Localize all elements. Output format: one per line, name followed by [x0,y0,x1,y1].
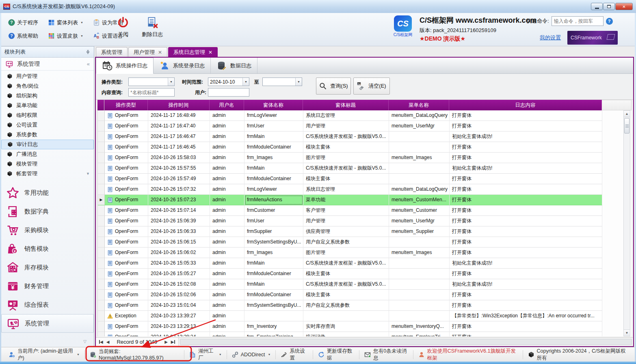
pin-icon[interactable] [85,50,91,55]
time-to-select[interactable]: ▼ [262,78,302,86]
sidebar-item[interactable]: 菜单功能 ▼ [1,101,94,110]
statusbar-item[interactable]: ADODirect ▼ [227,350,276,359]
column-header[interactable]: 窗体名称 [244,100,303,110]
table-row[interactable]: ▶ OpenForm 2024-10-26 15:06:33 admin frm… [98,226,632,237]
table-row[interactable]: ▶ OpenForm 2024-10-26 15:57:49 admin frm… [98,174,632,184]
sidebar-item[interactable]: 模块管理 ▼ [1,159,94,169]
vertical-scrollbar[interactable]: ▲ ▼ [623,110,630,336]
sidebar-item[interactable]: 帐套管理 ▼ [1,169,94,179]
table-row[interactable]: ▶ OpenForm 2024-10-23 13:29:13 admin frm… [98,321,632,332]
sidebar-module[interactable]: 库存模块 [1,258,94,277]
column-header[interactable]: 操作类型 [104,100,148,110]
toolbar-big-button[interactable]: 删除日志 [139,15,165,39]
time-from-select[interactable]: 2024-10-10 ▼ [208,78,249,86]
document-tab[interactable]: 系统日志管理 ✕ [168,47,218,57]
sidebar-item[interactable]: 组织架构 ▼ [1,91,94,101]
statusbar-item[interactable]: 更新缓存数据 ▼ [313,350,359,359]
table-row[interactable]: ▶ OpenForm 2024-10-26 15:06:02 admin frm… [98,248,632,258]
sidebar-item[interactable]: 角色/岗位 ▼ [1,81,94,91]
toolbar-button[interactable]: ? 关于程序 ▼ [6,16,40,29]
my-settings-link[interactable]: 我的设置 [540,34,561,41]
document-tab[interactable]: 系统管理 ✕ [96,47,128,57]
sidebar-group-system-admin[interactable]: 系统管理 « [1,58,94,71]
sidebar-module[interactable]: 采购模块 [1,221,94,239]
table-row[interactable]: ▶ OpenForm 2024-10-23 13:28:24 admin frm… [98,332,632,336]
toolbar-button[interactable]: 窗体列表 ▼ [46,16,85,29]
minimize-button[interactable] [591,3,603,10]
collapse-icon[interactable]: « [87,61,90,67]
content-query-input[interactable] [128,88,175,97]
document-tab[interactable]: 用户管理 ✕ [128,47,167,57]
close-tab-icon[interactable]: ✕ [158,50,162,55]
table-row[interactable]: ▶ OpenForm 2024-11-17 16:46:45 admin frm… [98,142,632,153]
table-row[interactable]: ▶ OpenForm 2024-10-26 15:58:03 admin frm… [98,153,632,163]
table-row[interactable]: ▶ OpenForm 2024-10-26 15:05:33 admin frm… [98,258,632,269]
table-row[interactable]: ▶ OpenForm 2024-11-17 16:48:49 admin frm… [98,110,632,121]
statusbar-item[interactable]: 欢迎使用CSFrameworkV6.1旗舰版开发框架 ▼ [413,350,523,359]
operation-type-select[interactable]: ▼ [128,78,175,86]
scrollbar-thumb[interactable] [624,118,630,134]
sidebar-module[interactable]: ¥ 销售模块 [1,239,94,258]
column-header[interactable]: 操作时间 [148,100,210,110]
sidebar-module[interactable]: 综合报表 [1,295,94,314]
last-record-button[interactable]: ▶ [171,340,175,344]
scroll-up-icon[interactable]: ▲ [624,111,630,117]
toolbar-big-button[interactable]: 关闭 [114,15,132,39]
toolbar-button[interactable]: ? 系统帮助 ▼ [6,30,40,42]
table-row[interactable]: ▶ OpenForm 2024-10-26 15:06:15 admin frm… [98,237,632,248]
sidebar-item[interactable]: 系统参数 ▼ [1,130,94,140]
close-button[interactable]: ✕ [615,3,633,10]
table-row[interactable]: ▶ OpenForm 2024-10-26 15:05:27 admin frm… [98,269,632,279]
chevron-down-icon[interactable]: ▼ [295,78,302,86]
chevron-down-icon[interactable]: ▼ [242,78,249,86]
scroll-down-icon[interactable]: ▼ [624,330,630,336]
statusbar-item[interactable]: 系统设置 ▼ [275,350,312,359]
next-record-button[interactable]: ▶ [164,340,168,344]
table-row[interactable]: ▶ OpenForm 2024-10-26 15:07:32 admin frm… [98,184,632,195]
table-row[interactable]: ▶ Exception 2024-10-23 13:39:27 admin 【异… [98,311,632,321]
table-row[interactable]: ▶ OpenForm 2024-10-23 15:01:04 admin frm… [98,300,632,311]
chevron-down-icon[interactable]: ▼ [168,78,174,86]
table-row[interactable]: ▶ OpenForm 2024-11-17 16:47:40 admin frm… [98,121,632,131]
sidebar-item[interactable]: 公司设置 ▼ [1,120,94,130]
help-icon[interactable]: ? [606,18,613,25]
user-input[interactable] [208,88,249,97]
horizontal-scrollbar[interactable] [180,339,632,345]
statusbar-item[interactable]: 您有0条未读消息 ▼ [359,350,413,359]
sidebar-item[interactable]: 审计日志 ▼ [1,140,94,149]
table-row[interactable]: ▶ OpenForm 2024-10-26 15:06:39 admin frm… [98,216,632,226]
table-row[interactable]: ▶ OpenForm 2024-10-26 15:07:14 admin frm… [98,205,632,216]
sidebar-module[interactable]: 系统管理 [1,314,94,333]
statusbar-item[interactable]: 湖州工厂 ▼ [184,350,226,359]
log-subtab[interactable]: 系统登录日志 [154,58,211,73]
log-subtab[interactable]: 数据日志 [211,58,257,73]
statusbar-item[interactable]: Copyrights 2006-2024，C/S框架网版权所有 ▼ [523,350,632,359]
statusbar-item[interactable]: 当前用户: (admin-超级用户) ▼ [4,350,84,359]
sidebar-module[interactable]: 数据字典 [1,202,94,221]
prev-record-button[interactable]: ◀ [106,340,110,344]
column-header[interactable]: 用户名 [210,100,244,110]
column-header[interactable]: 日志内容 [449,100,602,110]
table-row[interactable]: ▶ OpenForm 2024-10-26 15:57:55 admin frm… [98,163,632,174]
table-row[interactable]: ▶ OpenForm 2024-10-26 15:02:06 admin frm… [98,290,632,300]
sidebar-module[interactable]: ¥ 财务管理 [1,277,94,295]
sidebar-module[interactable]: 常用功能 [1,183,94,202]
quick-command-input[interactable] [552,16,604,26]
log-subtab[interactable]: 系统操作日志 [96,58,154,74]
column-header[interactable]: 窗体标题 [303,100,389,110]
csframework-banner[interactable]: CSFramework [567,31,618,45]
table-row[interactable]: ▶ OpenForm 2024-10-26 15:02:08 admin frm… [98,279,632,290]
column-header[interactable]: 菜单名称 [389,100,449,110]
sidebar-item[interactable]: 用户管理 ▼ [1,71,94,81]
toolbar-button[interactable]: 设置皮肤 ▼ [46,30,85,42]
first-record-button[interactable]: ◀ [99,340,103,344]
restore-button[interactable] [603,3,615,10]
table-row[interactable]: ▶ OpenForm 2024-11-17 16:46:47 admin frm… [98,131,632,142]
sidebar-item[interactable]: 广播消息 ▼ [1,149,94,159]
table-row[interactable]: ▶ OpenForm 2024-10-26 15:07:23 admin frm… [98,195,632,205]
sidebar-overflow-icon[interactable]: ▽ [83,339,87,344]
close-tab-icon[interactable]: ✕ [208,50,212,55]
statusbar-item[interactable]: 当前账套: Normal(MySql:120.79.85.97) ▼ [84,350,184,359]
sidebar-item[interactable]: 临时权限 ▼ [1,110,94,120]
search-button[interactable]: 查询(S) [316,78,351,95]
